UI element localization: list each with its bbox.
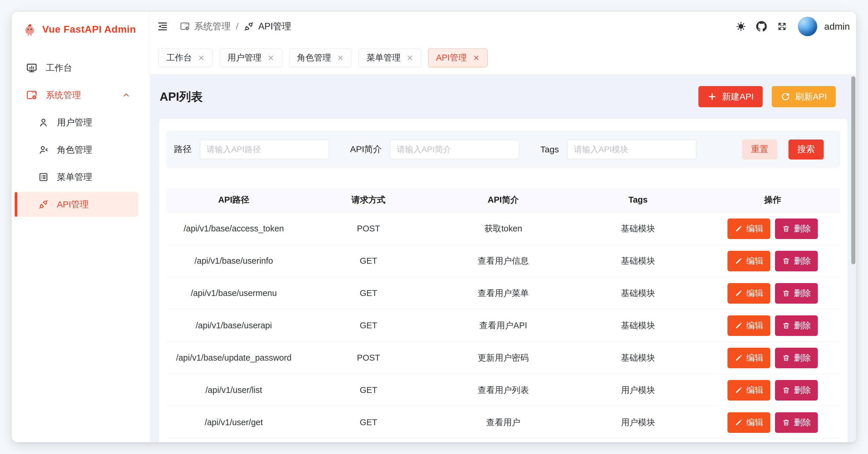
breadcrumb-item-system[interactable]: 系统管理 — [180, 20, 230, 33]
avatar[interactable] — [798, 17, 817, 36]
sidebar-item-label: 工作台 — [46, 62, 72, 74]
edit-button[interactable]: 编辑 — [727, 348, 770, 368]
table-row: /api/v1/base/userinfo GET 查看用户信息 基础模块 编辑 — [166, 245, 840, 277]
trash-icon — [782, 321, 790, 330]
edit-button[interactable]: 编辑 — [727, 412, 770, 433]
close-icon[interactable] — [473, 54, 480, 61]
delete-button[interactable]: 删除 — [775, 380, 818, 401]
username[interactable]: admin — [824, 21, 850, 32]
theme-toggle-sun-icon[interactable] — [733, 18, 749, 35]
collapse-sidebar-icon[interactable] — [154, 18, 171, 35]
tags-input[interactable] — [567, 140, 696, 159]
col-path: API路径 — [166, 194, 301, 206]
col-tags: Tags — [571, 195, 706, 205]
table-row: /api/v1/user/list GET 查看用户列表 用户模块 编辑 删除 — [166, 374, 840, 406]
delete-button[interactable]: 删除 — [775, 412, 818, 433]
filter-tags: Tags — [540, 140, 696, 159]
app-window: Vue FastAPI Admin 工作台 系统管理 用户管理 角色管理 — [12, 12, 856, 442]
system-manage-icon — [26, 89, 37, 101]
edit-button[interactable]: 编辑 — [727, 283, 770, 304]
edit-button[interactable]: 编辑 — [727, 219, 770, 239]
sidebar-item-role-manage[interactable]: 角色管理 — [15, 137, 138, 162]
pencil-icon — [735, 386, 743, 394]
trash-icon — [782, 225, 790, 233]
summary-input[interactable] — [390, 140, 519, 159]
edit-button[interactable]: 编辑 — [727, 251, 770, 271]
close-icon[interactable] — [267, 54, 274, 61]
table-row: /api/v1/base/usermenu GET 查看用户菜单 基础模块 编辑 — [166, 277, 840, 310]
page-title: API列表 — [160, 89, 203, 105]
workbench-icon — [26, 62, 37, 74]
pencil-icon — [735, 419, 743, 427]
content: API列表 新建API 刷新API 路径 — [150, 74, 856, 442]
tags-label: Tags — [540, 144, 559, 154]
sidebar-item-menu-manage[interactable]: 菜单管理 — [15, 165, 138, 190]
fullscreen-icon[interactable] — [774, 18, 790, 35]
chick-logo-icon — [22, 20, 37, 38]
table-header: API路径 请求方式 API简介 Tags 操作 — [166, 187, 840, 212]
table-row: /api/v1/base/userapi GET 查看用户API 基础模块 编辑 — [166, 310, 840, 342]
col-summary: API简介 — [436, 194, 570, 206]
pencil-icon — [735, 289, 743, 297]
role-icon — [38, 144, 49, 155]
menu-list-icon — [38, 172, 49, 182]
refresh-api-button[interactable]: 刷新API — [772, 86, 836, 107]
delete-button[interactable]: 删除 — [775, 348, 818, 368]
tabbar: 工作台 用户管理 角色管理 菜单管理 API管理 — [150, 41, 856, 74]
brand-title: Vue FastAPI Admin — [42, 24, 136, 35]
delete-button[interactable]: 删除 — [775, 251, 818, 271]
sidebar-item-user-manage[interactable]: 用户管理 — [15, 110, 138, 135]
main-area: 系统管理 / API管理 admin — [150, 12, 856, 442]
tab-api-manage[interactable]: API管理 — [428, 49, 488, 67]
delete-button[interactable]: 删除 — [775, 283, 818, 304]
edit-button[interactable]: 编辑 — [727, 315, 770, 336]
filter-summary: API简介 — [350, 140, 519, 159]
search-button[interactable]: 搜索 — [788, 140, 824, 160]
page-head: API列表 新建API 刷新API — [150, 74, 856, 119]
sidebar-item-label: API管理 — [57, 199, 89, 210]
tab-role-manage[interactable]: 角色管理 — [289, 49, 352, 67]
sidebar: Vue FastAPI Admin 工作台 系统管理 用户管理 角色管理 — [12, 12, 150, 442]
sidebar-item-label: 菜单管理 — [57, 171, 92, 183]
table-row: /api/v1/base/access_token POST 获取token 基… — [166, 212, 840, 245]
filter-bar: 路径 API简介 Tags 重置 搜索 — [166, 131, 840, 168]
sidebar-item-label: 系统管理 — [46, 89, 81, 101]
github-icon[interactable] — [753, 18, 770, 35]
trash-icon — [782, 354, 790, 362]
edit-button[interactable]: 编辑 — [727, 380, 770, 401]
close-icon[interactable] — [406, 54, 413, 61]
col-method: 请求方式 — [301, 194, 436, 206]
delete-button[interactable]: 删除 — [775, 315, 818, 336]
create-api-button[interactable]: 新建API — [699, 86, 762, 107]
brand-logo: Vue FastAPI Admin — [12, 12, 150, 47]
table-row: /api/v1/base/update_password POST 更新用户密码… — [166, 342, 840, 374]
path-input[interactable] — [200, 140, 329, 159]
trash-icon — [782, 257, 790, 265]
breadcrumb-separator: / — [236, 22, 238, 31]
pencil-icon — [735, 257, 743, 265]
topbar: 系统管理 / API管理 admin — [150, 12, 856, 41]
api-plug-icon — [244, 21, 254, 32]
sidebar-item-api-manage[interactable]: API管理 — [15, 192, 138, 217]
tab-user-manage[interactable]: 用户管理 — [219, 49, 282, 67]
close-icon[interactable] — [337, 54, 344, 61]
sidebar-item-workbench[interactable]: 工作台 — [15, 56, 138, 80]
api-list-card: 路径 API简介 Tags 重置 搜索 — [159, 119, 847, 442]
breadcrumb-item-api[interactable]: API管理 — [244, 20, 291, 33]
delete-button[interactable]: 删除 — [775, 219, 818, 239]
vertical-scrollbar[interactable] — [851, 76, 856, 264]
close-icon[interactable] — [198, 54, 205, 61]
filter-path: 路径 — [174, 140, 329, 159]
sidebar-menu: 工作台 系统管理 用户管理 角色管理 菜单管理 API管理 — [12, 47, 150, 219]
api-plug-icon — [38, 199, 49, 210]
sidebar-item-label: 用户管理 — [57, 117, 92, 129]
plus-icon — [707, 92, 717, 102]
tab-menu-manage[interactable]: 菜单管理 — [359, 49, 422, 67]
pencil-icon — [735, 225, 743, 233]
user-icon — [38, 117, 49, 128]
tab-workbench[interactable]: 工作台 — [158, 49, 213, 67]
topbar-actions: admin — [733, 17, 850, 36]
sidebar-item-system-manage[interactable]: 系统管理 — [15, 83, 138, 108]
reset-button[interactable]: 重置 — [742, 140, 777, 160]
col-actions: 操作 — [706, 194, 840, 206]
